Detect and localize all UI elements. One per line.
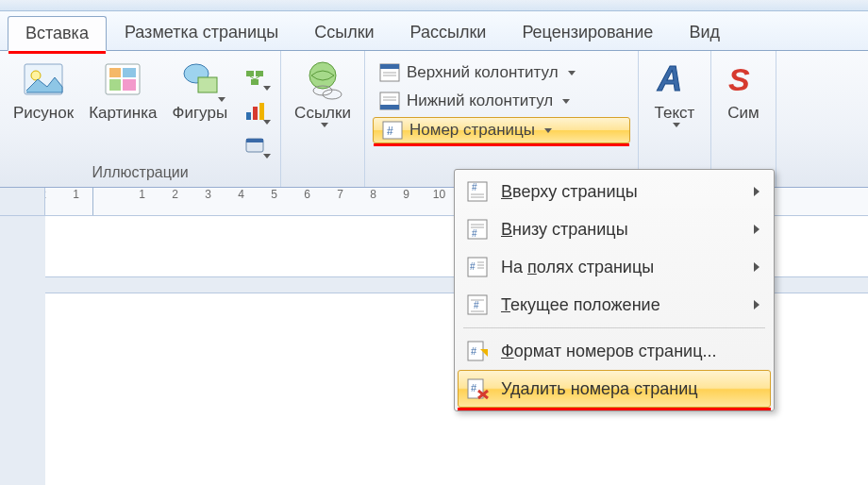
links-label: Ссылки (294, 104, 351, 123)
group-text: A Текст (639, 51, 711, 187)
footer-icon (378, 91, 401, 111)
svg-rect-6 (123, 79, 136, 91)
smartart-icon (244, 67, 265, 88)
svg-rect-27 (380, 105, 399, 109)
screenshot-button[interactable] (237, 128, 273, 162)
wordart-button[interactable]: A Текст (646, 55, 703, 131)
shapes-button[interactable]: Фигуры (167, 55, 234, 126)
page-number-icon: # (381, 120, 404, 141)
svg-line-13 (255, 76, 259, 79)
svg-text:#: # (472, 228, 477, 239)
svg-rect-14 (246, 112, 251, 120)
menu-separator (463, 327, 765, 328)
svg-rect-16 (259, 103, 264, 120)
chevron-down-icon (321, 123, 328, 127)
tab-review[interactable]: Рецензирование (504, 15, 671, 50)
menu-bottom-of-page[interactable]: # Внизу страницы (458, 210, 771, 248)
current-position-icon: # (465, 293, 490, 316)
ribbon: Рисунок Картинка Фигуры (0, 51, 868, 188)
clipart-icon (100, 59, 145, 100)
menu-format-page-numbers[interactable]: # Формат номеров страниц... (458, 332, 771, 370)
svg-rect-8 (198, 77, 217, 92)
footer-button[interactable]: Нижний колонтитул (373, 89, 630, 113)
picture-button[interactable]: Рисунок (8, 55, 79, 126)
symbols-label: Сим (727, 104, 759, 123)
menu-label: Формат номеров страниц... (501, 342, 716, 361)
svg-text:#: # (472, 182, 477, 192)
menu-label: Удалить номера страниц (501, 379, 698, 399)
clipart-label: Картинка (89, 104, 157, 123)
picture-icon (21, 59, 66, 100)
svg-rect-38 (468, 220, 487, 239)
svg-rect-15 (253, 107, 258, 120)
svg-text:#: # (387, 125, 393, 138)
menu-page-margins[interactable]: # На полях страницы (458, 248, 771, 286)
shapes-label: Фигуры (173, 104, 228, 123)
chevron-down-icon (673, 123, 680, 127)
tab-references[interactable]: Ссылки (296, 15, 392, 50)
group-symbols: S Сим (711, 51, 776, 187)
group-illustrations: Рисунок Картинка Фигуры (0, 51, 281, 187)
chevron-down-icon (218, 97, 225, 102)
vertical-ruler (0, 216, 45, 485)
shapes-icon (177, 59, 223, 100)
tab-mailings[interactable]: Рассылки (392, 15, 505, 50)
chevron-down-icon (568, 71, 576, 75)
highlight-underline (8, 51, 106, 54)
chevron-down-icon (562, 99, 570, 104)
highlight-underline (458, 408, 771, 410)
page-bottom-icon: # (465, 218, 490, 241)
svg-rect-10 (256, 71, 263, 76)
smartart-button[interactable] (237, 60, 273, 94)
svg-text:#: # (470, 261, 476, 272)
tab-view[interactable]: Вид (671, 15, 738, 50)
svg-text:A: A (657, 59, 682, 98)
clipart-button[interactable]: Картинка (83, 55, 162, 126)
hyperlink-icon (300, 59, 345, 100)
group-label: Иллюстрации (8, 162, 273, 185)
tab-insert[interactable]: Вставка (8, 16, 107, 51)
picture-label: Рисунок (13, 104, 74, 123)
header-icon (378, 62, 401, 83)
page-number-label: Номер страницы (409, 121, 535, 140)
svg-point-1 (31, 71, 41, 80)
highlight-underline (374, 143, 629, 146)
svg-rect-18 (246, 139, 263, 142)
symbols-button[interactable]: S Сим (719, 55, 768, 126)
page-number-menu: # Вверху страницы # Внизу страницы # На … (454, 169, 775, 411)
menu-label: Вверху страницы (501, 182, 638, 202)
svg-rect-11 (251, 79, 259, 85)
screenshot-icon (244, 135, 265, 156)
menu-label: Внизу страницы (501, 220, 628, 240)
header-button[interactable]: Верхний колонтитул (373, 60, 630, 85)
svg-text:S: S (728, 61, 750, 97)
group-header-footer: Верхний колонтитул Нижний колонтитул # Н… (365, 51, 639, 187)
svg-text:#: # (471, 345, 477, 357)
chart-button[interactable] (237, 94, 273, 128)
ruler-gutter (0, 188, 45, 215)
symbol-icon: S (725, 59, 762, 100)
links-button[interactable]: Ссылки (289, 55, 357, 131)
chevron-down-icon (544, 128, 552, 133)
menu-label: На полях страницы (501, 258, 654, 277)
svg-rect-3 (109, 68, 121, 77)
svg-line-12 (250, 76, 255, 79)
header-label: Верхний колонтитул (407, 63, 559, 82)
tab-page-layout[interactable]: Разметка страницы (107, 15, 296, 50)
tab-label: Вставка (25, 24, 89, 42)
menu-label: Текущее положение (501, 295, 660, 315)
menu-remove-page-numbers[interactable]: # Удалить номера страниц (458, 370, 771, 408)
page-number-button[interactable]: # Номер страницы (373, 117, 630, 143)
menu-top-of-page[interactable]: # Вверху страницы (458, 173, 771, 210)
wordart-icon: A (652, 59, 697, 100)
svg-rect-23 (380, 64, 399, 69)
group-links: Ссылки (281, 51, 365, 187)
ribbon-tabs: Вставка Разметка страницы Ссылки Рассылк… (0, 11, 868, 51)
format-page-numbers-icon: # (465, 340, 490, 362)
menu-current-position[interactable]: # Текущее положение (458, 286, 771, 324)
svg-rect-5 (109, 79, 121, 91)
svg-point-19 (309, 62, 336, 89)
text-label: Текст (655, 104, 695, 123)
page-top-icon: # (465, 180, 490, 203)
group-label (289, 179, 357, 185)
